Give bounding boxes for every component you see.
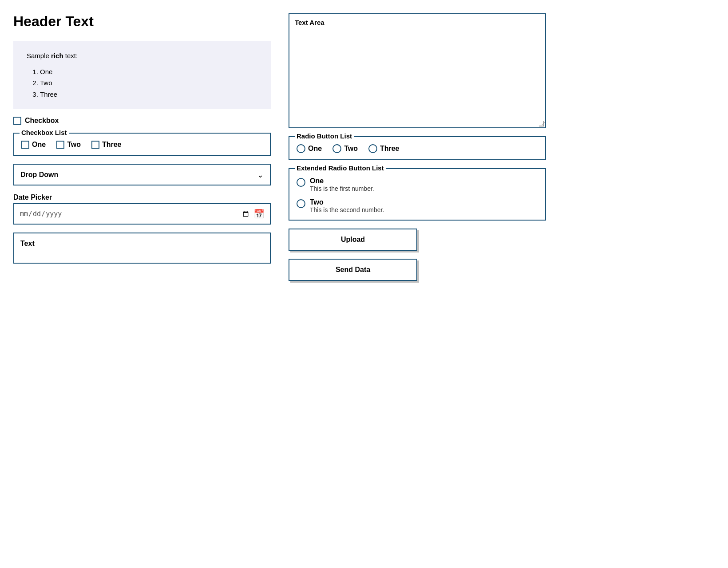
rich-text-item-2: Two [40, 77, 257, 89]
checkbox-list-item-one[interactable]: One [21, 141, 46, 149]
date-picker-label: Date Picker [13, 193, 271, 201]
text-area-wrapper[interactable]: Text Area [289, 13, 546, 128]
extended-radio-two-input[interactable] [297, 199, 305, 208]
page-header: Header Text [13, 13, 271, 30]
radio-two-input[interactable] [332, 144, 341, 153]
checkbox-one-label: One [32, 141, 46, 149]
rich-text-item-3: Three [40, 89, 257, 100]
checkbox-label: Checkbox [25, 117, 59, 125]
text-area-input[interactable] [289, 28, 545, 126]
text-area-label: Text Area [289, 14, 545, 28]
send-data-button[interactable]: Send Data [289, 259, 417, 281]
radio-button-list-group: Radio Button List One Two Three [289, 136, 546, 160]
dropdown-field[interactable]: Drop DownOneTwoThree ⌄ [13, 164, 271, 185]
radio-button-list-legend: Radio Button List [295, 132, 354, 140]
checkbox-two-input[interactable] [56, 141, 64, 149]
radio-three-label: Three [380, 145, 400, 153]
checkbox-list-legend: Checkbox List [20, 129, 69, 136]
extended-radio-one-title: One [310, 177, 374, 185]
radio-item-one[interactable]: One [297, 144, 322, 153]
radio-item-three[interactable]: Three [368, 144, 400, 153]
checkbox-list-item-three[interactable]: Three [91, 141, 122, 149]
radio-one-label: One [308, 145, 322, 153]
calendar-icon: 📅 [253, 209, 265, 219]
extended-radio-two-title: Two [310, 198, 384, 206]
text-input-label: Text [20, 240, 35, 247]
upload-button[interactable]: Upload [289, 229, 417, 251]
checkbox-list-item-two[interactable]: Two [56, 141, 81, 149]
extended-radio-legend: Extended Radio Button List [295, 164, 386, 172]
checkbox-two-label: Two [67, 141, 81, 149]
extended-radio-item-one[interactable]: One This is the first number. [297, 177, 538, 192]
radio-one-input[interactable] [297, 144, 305, 153]
checkbox-field[interactable]: Checkbox [13, 117, 271, 125]
rich-text-item-1: One [40, 66, 257, 78]
checkbox-three-input[interactable] [91, 141, 99, 149]
date-picker-section: Date Picker 📅 [13, 193, 271, 225]
extended-radio-one-desc: This is the first number. [310, 185, 374, 192]
date-picker-wrapper[interactable]: 📅 [13, 203, 271, 225]
extended-radio-one-input[interactable] [297, 178, 305, 187]
extended-radio-list-group: Extended Radio Button List One This is t… [289, 168, 546, 221]
text-input-field[interactable]: Text [13, 233, 271, 264]
radio-two-label: Two [344, 145, 358, 153]
radio-three-input[interactable] [368, 144, 377, 153]
checkbox-input[interactable] [13, 117, 21, 125]
checkbox-one-input[interactable] [21, 141, 29, 149]
rich-text-area: Sample rich text: One Two Three [13, 41, 271, 109]
date-picker-input[interactable] [20, 209, 250, 218]
extended-radio-item-two[interactable]: Two This is the second number. [297, 198, 538, 213]
resize-handle[interactable] [539, 121, 544, 126]
radio-item-two[interactable]: Two [332, 144, 358, 153]
checkbox-list-group: Checkbox List One Two Three [13, 133, 271, 156]
checkbox-three-label: Three [102, 141, 122, 149]
dropdown-select[interactable]: Drop DownOneTwoThree [14, 165, 270, 185]
extended-radio-two-desc: This is the second number. [310, 206, 384, 213]
